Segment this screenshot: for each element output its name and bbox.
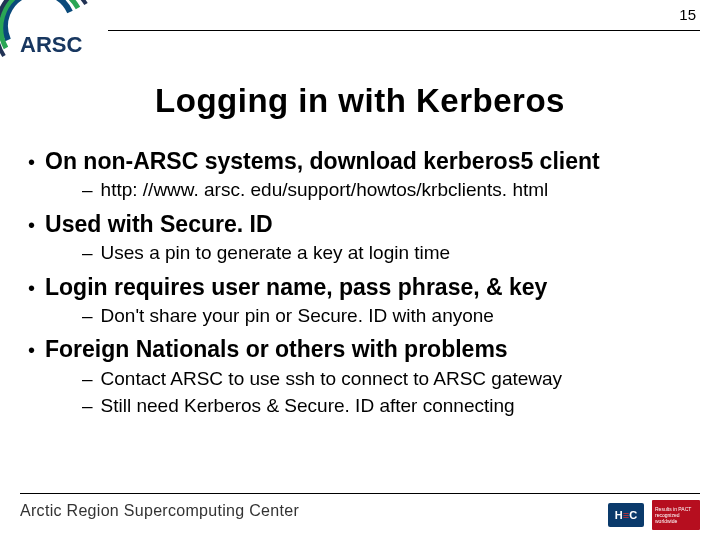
dash-icon: – (82, 394, 93, 419)
sub-bullet-text: Contact ARSC to use ssh to connect to AR… (101, 367, 563, 392)
dash-icon: – (82, 241, 93, 266)
dash-icon: – (82, 304, 93, 329)
bullet-main-text: Login requires user name, pass phrase, &… (45, 274, 692, 301)
red-badge-line: worldwide (655, 518, 697, 524)
bullet-item: • Login requires user name, pass phrase,… (28, 274, 692, 301)
slide-footer: Arctic Region Supercomputing Center H≡C … (0, 488, 720, 540)
bullet-main-text: Used with Secure. ID (45, 211, 692, 238)
page-number: 15 (679, 6, 696, 23)
sub-bullet: – Still need Kerberos & Secure. ID after… (82, 394, 692, 419)
footer-rule (20, 493, 700, 494)
dash-icon: – (82, 178, 93, 203)
sub-bullet-text: Uses a pin to generate a key at login ti… (101, 241, 451, 266)
slide-title: Logging in with Kerberos (0, 82, 720, 120)
bullet-dot-icon: • (28, 338, 35, 362)
bullet-main-text: On non-ARSC systems, download kerberos5 … (45, 148, 692, 175)
slide-content: • On non-ARSC systems, download kerberos… (0, 148, 720, 419)
sub-bullet: – http: //www. arsc. edu/support/howtos/… (82, 178, 692, 203)
hpc-text: H≡C (615, 509, 637, 521)
logo-text: ARSC (20, 32, 82, 57)
header-rule (108, 30, 700, 31)
bullet-item: • Foreign Nationals or others with probl… (28, 336, 692, 363)
hpc-logo: H≡C (608, 503, 644, 527)
dash-icon: – (82, 367, 93, 392)
slide-header: ARSC 15 (0, 0, 720, 52)
sub-bullet: – Don't share your pin or Secure. ID wit… (82, 304, 692, 329)
bullet-item: • On non-ARSC systems, download kerberos… (28, 148, 692, 175)
sub-bullet-text: Don't share your pin or Secure. ID with … (101, 304, 494, 329)
bullet-dot-icon: • (28, 150, 35, 174)
bullet-dot-icon: • (28, 276, 35, 300)
footer-org-name: Arctic Region Supercomputing Center (20, 502, 299, 520)
bullet-dot-icon: • (28, 213, 35, 237)
red-badge-logo: Results in PACT recognized worldwide (652, 500, 700, 530)
bullet-item: • Used with Secure. ID (28, 211, 692, 238)
sub-bullet-text: Still need Kerberos & Secure. ID after c… (101, 394, 515, 419)
arsc-logo: ARSC (0, 0, 110, 62)
sub-bullet: – Uses a pin to generate a key at login … (82, 241, 692, 266)
bullet-main-text: Foreign Nationals or others with problem… (45, 336, 692, 363)
sub-bullet: – Contact ARSC to use ssh to connect to … (82, 367, 692, 392)
sub-bullet-text: http: //www. arsc. edu/support/howtos/kr… (101, 178, 549, 203)
footer-badges: H≡C Results in PACT recognized worldwide (608, 500, 700, 530)
